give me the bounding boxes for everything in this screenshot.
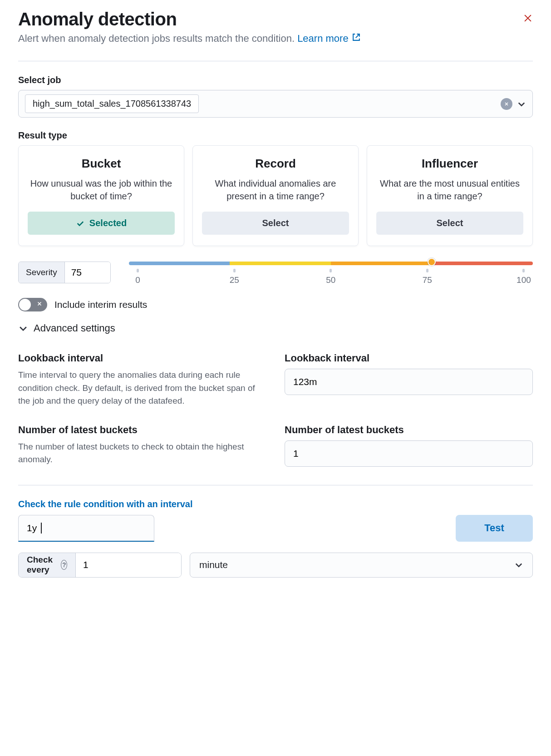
- clear-selection-icon[interactable]: [501, 98, 512, 110]
- divider: [18, 61, 533, 61]
- select-bucket-label: Selected: [89, 218, 127, 228]
- severity-input[interactable]: [65, 262, 110, 283]
- severity-field[interactable]: Severity: [18, 262, 111, 283]
- tick: 75: [418, 269, 436, 285]
- interim-results-label: Include interim results: [54, 299, 147, 310]
- help-icon[interactable]: ?: [61, 560, 67, 570]
- buckets-heading: Number of latest buckets: [18, 424, 266, 436]
- select-record-button[interactable]: Select: [202, 212, 349, 235]
- result-card-influencer[interactable]: Influencer What are the most unusual ent…: [367, 145, 533, 246]
- card-title: Influencer: [376, 157, 523, 171]
- chevron-down-icon: [514, 560, 523, 569]
- chevron-down-icon: [18, 323, 28, 333]
- toggle-knob: [19, 299, 31, 311]
- buckets-desc: The number of latest buckets to check to…: [18, 440, 266, 466]
- tick: 0: [129, 269, 147, 285]
- unit-value: minute: [199, 559, 228, 570]
- check-every-text: Check every: [27, 555, 56, 575]
- subtitle-text: Alert when anomaly detection jobs result…: [18, 33, 295, 44]
- slider-thumb[interactable]: [428, 258, 436, 266]
- check-every-label: Check every ?: [19, 553, 76, 577]
- toggle-off-icon: [36, 301, 43, 309]
- learn-more-link[interactable]: Learn more: [297, 33, 361, 44]
- slider-seg-minor: [129, 262, 230, 265]
- external-link-icon: [351, 32, 361, 42]
- select-bucket-button[interactable]: Selected: [28, 212, 175, 235]
- select-influencer-button[interactable]: Select: [376, 212, 523, 235]
- tick: 100: [515, 269, 533, 285]
- text-caret: [41, 523, 42, 534]
- check-every-field[interactable]: Check every ?: [18, 553, 182, 578]
- slider-seg-warning: [230, 262, 331, 265]
- tick: 50: [322, 269, 340, 285]
- check-condition-label: Check the rule condition with an interva…: [18, 499, 533, 509]
- tick: 25: [225, 269, 243, 285]
- card-desc: What are the most unusual entities in a …: [376, 177, 523, 203]
- learn-more-label: Learn more: [297, 33, 349, 44]
- severity-label: Severity: [19, 262, 65, 283]
- check-icon: [76, 219, 85, 228]
- card-desc: What individual anomalies are present in…: [202, 177, 349, 203]
- card-title: Record: [202, 157, 349, 171]
- page-subtitle: Alert when anomaly detection jobs result…: [18, 32, 361, 44]
- slider-ticks: 0 25 50 75 100: [129, 269, 533, 285]
- result-card-bucket[interactable]: Bucket How unusual was the job within th…: [18, 145, 184, 246]
- divider: [18, 485, 533, 485]
- check-interval-input[interactable]: [18, 515, 154, 542]
- slider-seg-major: [331, 262, 432, 265]
- select-job-label: Select job: [18, 75, 533, 85]
- select-job-combo[interactable]: high_sum_total_sales_1708561338743: [18, 90, 533, 118]
- lookback-input[interactable]: [285, 369, 533, 395]
- advanced-settings-label: Advanced settings: [34, 322, 115, 334]
- card-desc: How unusual was the job within the bucke…: [28, 177, 175, 203]
- page-title: Anomaly detection: [18, 9, 361, 30]
- buckets-input[interactable]: [285, 440, 533, 467]
- lookback-field-label: Lookback interval: [285, 352, 533, 364]
- lookback-desc: Time interval to query the anomalies dat…: [18, 369, 266, 408]
- chevron-down-icon[interactable]: [517, 99, 526, 109]
- card-title: Bucket: [28, 157, 175, 171]
- check-every-unit-select[interactable]: minute: [190, 553, 533, 578]
- slider-seg-critical: [432, 262, 533, 265]
- check-every-input[interactable]: [76, 553, 182, 577]
- buckets-field-label: Number of latest buckets: [285, 424, 533, 436]
- interim-results-toggle[interactable]: [18, 298, 47, 311]
- result-type-label: Result type: [18, 130, 533, 141]
- result-card-record[interactable]: Record What individual anomalies are pre…: [192, 145, 359, 246]
- severity-slider[interactable]: 0 25 50 75 100: [129, 260, 533, 285]
- job-chip[interactable]: high_sum_total_sales_1708561338743: [25, 94, 199, 113]
- lookback-heading: Lookback interval: [18, 352, 266, 364]
- close-icon[interactable]: [523, 13, 533, 25]
- advanced-settings-toggle[interactable]: Advanced settings: [18, 322, 533, 334]
- test-button[interactable]: Test: [456, 515, 533, 542]
